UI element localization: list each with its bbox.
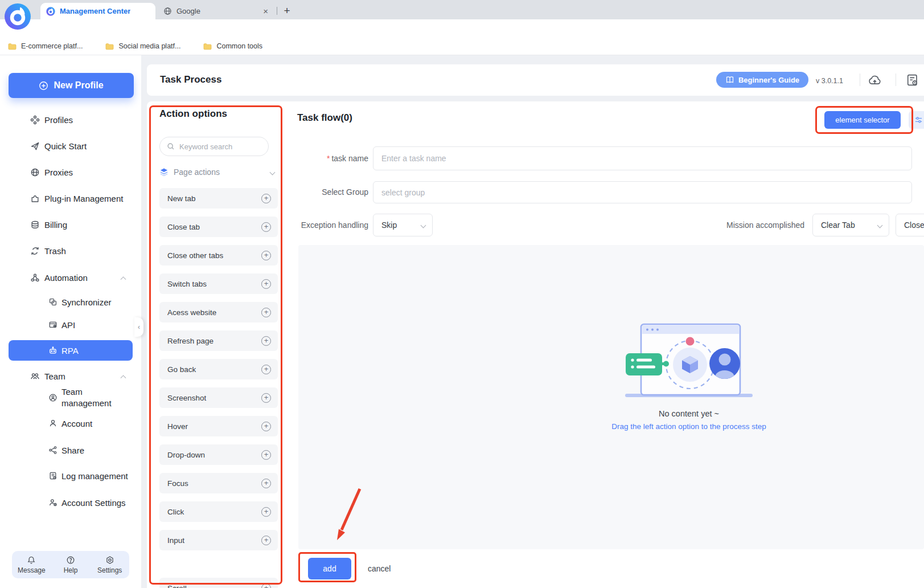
cloud-upload-icon[interactable]	[868, 73, 882, 87]
sidebar-item-account-settings[interactable]: Account Settings	[0, 494, 141, 511]
action-item-access-website[interactable]: Acess website+	[159, 302, 278, 322]
beginners-guide-button[interactable]: Beginner's Guide	[716, 72, 808, 88]
sidebar-item-team-management[interactable]: Team management	[0, 385, 141, 410]
sidebar-item-trash[interactable]: Trash	[0, 242, 141, 259]
sidebar-item-label: Log management	[61, 471, 128, 481]
team-icon	[30, 371, 40, 381]
sidebar-item-label: Plug-in Management	[44, 194, 123, 203]
sidebar-item-account[interactable]: Account	[0, 415, 141, 432]
empty-state-title: No content yet ~	[632, 409, 746, 418]
action-items-list: New tab+ Close tab+ Close other tabs+ Sw…	[159, 188, 278, 588]
add-action-icon[interactable]: +	[261, 536, 271, 545]
chevron-down-icon	[877, 222, 883, 228]
sidebar-item-billing[interactable]: Billing	[0, 216, 141, 233]
clear-flow-button[interactable]: C	[909, 111, 924, 129]
sidebar-item-quick-start[interactable]: Quick Start	[0, 137, 141, 154]
action-item-switch-tabs[interactable]: Switch tabs+	[159, 273, 278, 294]
action-item-label: Click	[167, 508, 184, 516]
log-icon	[48, 471, 58, 480]
add-action-icon[interactable]: +	[261, 365, 271, 374]
sidebar: New Profile Profiles Quick Start Proxies…	[0, 55, 141, 588]
bookmark-label: Social media platf...	[118, 42, 180, 50]
sidebar-item-profiles[interactable]: Profiles	[0, 111, 141, 128]
tab-title: Management Center	[60, 7, 130, 15]
bookmark-folder[interactable]: Common tools	[203, 42, 262, 50]
action-item-click[interactable]: Click+	[159, 501, 278, 522]
action-item-scroll[interactable]: Scroll+	[159, 578, 278, 588]
task-log-icon[interactable]	[905, 73, 919, 87]
action-search-box[interactable]	[159, 137, 269, 156]
settings-button[interactable]: Settings	[90, 551, 129, 578]
add-action-icon[interactable]: +	[261, 336, 271, 346]
mission-accomplished-select[interactable]: Clear Tab	[812, 214, 889, 236]
add-action-icon[interactable]: +	[261, 507, 271, 517]
close-tab-icon[interactable]: ×	[263, 6, 268, 16]
message-button[interactable]: Message	[12, 551, 51, 578]
exception-handling-select[interactable]: Skip	[373, 214, 433, 236]
cancel-button[interactable]: cancel	[361, 558, 397, 579]
chevron-down-icon	[421, 222, 426, 228]
browser-tab-strip: Management Center Google × +	[0, 0, 924, 19]
add-action-icon[interactable]: +	[261, 422, 271, 431]
add-button[interactable]: add	[308, 558, 351, 579]
task-name-input[interactable]	[373, 146, 912, 170]
action-item-screenshot[interactable]: Screenshot+	[159, 387, 278, 408]
action-item-label: New tab	[167, 194, 196, 203]
action-item-hover[interactable]: Hover+	[159, 416, 278, 436]
bookmark-folder[interactable]: Social media platf...	[105, 42, 180, 50]
select-group-input[interactable]	[373, 181, 912, 203]
action-item-drop-down[interactable]: Drop-down+	[159, 444, 278, 465]
tray-label: Settings	[97, 566, 122, 574]
bookmark-folder[interactable]: E-commerce platf...	[8, 42, 83, 50]
team-management-icon	[48, 393, 58, 402]
sidebar-item-rpa-active[interactable]: RPA	[9, 340, 133, 361]
sidebar-item-plugin-management[interactable]: Plug-in Management	[0, 190, 141, 207]
tab-management-center[interactable]: Management Center	[40, 3, 155, 19]
new-profile-button[interactable]: New Profile	[9, 73, 134, 98]
sidebar-item-synchronizer[interactable]: Synchronizer	[0, 293, 141, 311]
folder-icon	[203, 43, 212, 50]
new-tab-button[interactable]: +	[280, 4, 294, 18]
send-icon	[30, 141, 40, 151]
sharklogin-logo	[4, 3, 31, 30]
screenshot-root: Management Center Google × + ← → ↻ Shark…	[0, 0, 924, 588]
sidebar-item-proxies[interactable]: Proxies	[0, 164, 141, 181]
add-action-icon[interactable]: +	[261, 450, 271, 460]
action-search-input[interactable]	[179, 142, 259, 151]
action-item-label: Refresh page	[167, 337, 213, 345]
sidebar-item-team[interactable]: Team	[0, 368, 141, 385]
synchronizer-icon	[48, 297, 58, 307]
add-action-icon[interactable]: +	[261, 308, 271, 317]
action-item-close-other-tabs[interactable]: Close other tabs+	[159, 245, 278, 266]
content-panel: Action options Page actions New tab+ Clo…	[147, 101, 924, 588]
sidebar-item-log-management[interactable]: Log management	[0, 467, 141, 484]
sidebar-item-api[interactable]: API	[0, 316, 141, 333]
action-item-label: Close tab	[167, 223, 200, 231]
divider	[860, 74, 860, 86]
required-mark: *	[327, 154, 330, 163]
empty-state-hint-link[interactable]: Drag the left action option to the proce…	[575, 422, 803, 431]
action-item-refresh-page[interactable]: Refresh page+	[159, 330, 278, 351]
task-flow-title: Task flow(0)	[297, 112, 352, 124]
element-selector-button[interactable]: element selector	[824, 111, 901, 129]
add-action-icon[interactable]: +	[261, 251, 271, 260]
sidebar-collapse-handle[interactable]: ‹	[134, 317, 143, 337]
sidebar-item-share[interactable]: Share	[0, 442, 141, 459]
help-button[interactable]: Help	[51, 551, 91, 578]
action-item-input[interactable]: Input+	[159, 530, 278, 550]
action-item-go-back[interactable]: Go back+	[159, 359, 278, 379]
add-action-icon[interactable]: +	[261, 393, 271, 403]
action-item-focus[interactable]: Focus+	[159, 473, 278, 493]
task-flow-dropzone[interactable]	[298, 245, 924, 549]
add-action-icon[interactable]: +	[261, 583, 271, 588]
group-page-actions[interactable]: Page actions	[159, 168, 278, 177]
exception-value: Skip	[381, 220, 397, 230]
person-icon	[48, 419, 58, 428]
close-browser-select[interactable]: Close browser	[896, 214, 924, 236]
add-action-icon[interactable]: +	[261, 479, 271, 488]
sidebar-item-automation[interactable]: Automation	[0, 269, 141, 286]
add-action-icon[interactable]: +	[261, 279, 271, 289]
sidebar-item-label: Account Settings	[61, 498, 126, 508]
globe-icon	[163, 7, 172, 15]
tab-google[interactable]: Google ×	[158, 3, 274, 19]
